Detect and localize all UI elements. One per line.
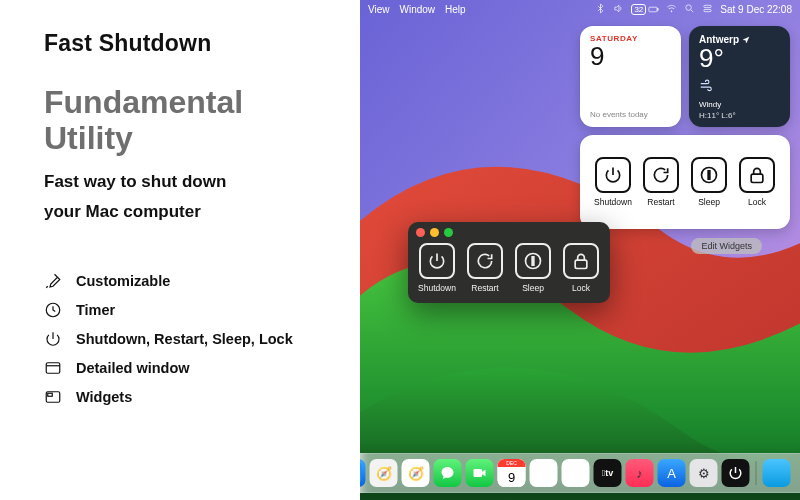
feature-item: Widgets — [44, 388, 336, 406]
feature-label: Shutdown, Restart, Sleep, Lock — [76, 331, 293, 347]
svg-point-7 — [671, 11, 672, 12]
shutdown-button[interactable] — [419, 243, 455, 279]
dock-separator — [756, 461, 757, 485]
restart-button[interactable] — [467, 243, 503, 279]
dock-facetime[interactable] — [466, 459, 494, 487]
wifi-icon[interactable] — [666, 3, 677, 16]
restart-label: Restart — [647, 197, 674, 207]
svg-rect-1 — [46, 363, 60, 374]
dock-settings[interactable]: ⚙ — [690, 459, 718, 487]
widget-cluster: SATURDAY 9 No events today Antwerp 9° Wi… — [580, 26, 790, 229]
shutdown-label: Shutdown — [594, 197, 632, 207]
dock-calendar[interactable]: DEC9 — [498, 459, 526, 487]
svg-rect-13 — [751, 174, 763, 182]
app-window[interactable]: Shutdown Restart Sleep Lock — [408, 222, 610, 303]
menubar: View Window Help 32 Sat 9 Dec 22:08 — [360, 0, 800, 19]
battery-status[interactable]: 32 — [631, 4, 659, 15]
menubar-clock[interactable]: Sat 9 Dec 22:08 — [720, 4, 792, 15]
minimize-button[interactable] — [430, 228, 439, 237]
window-icon — [44, 359, 62, 377]
restart-label: Restart — [471, 283, 498, 293]
edit-widgets-button[interactable]: Edit Widgets — [691, 238, 762, 254]
restart-item: Restart — [464, 243, 506, 293]
svg-rect-20 — [474, 469, 483, 477]
power-icon — [44, 330, 62, 348]
lock-button[interactable] — [563, 243, 599, 279]
dock-trash[interactable] — [795, 459, 801, 487]
sleep-item: Sleep — [512, 243, 554, 293]
lock-button[interactable] — [739, 157, 775, 193]
shutdown-label: Shutdown — [418, 283, 456, 293]
svg-rect-10 — [704, 9, 711, 11]
restart-button[interactable] — [643, 157, 679, 193]
menu-help[interactable]: Help — [445, 4, 466, 15]
app-title: Fast Shutdown — [44, 30, 336, 57]
svg-rect-16 — [575, 260, 587, 268]
menu-view[interactable]: View — [368, 4, 390, 15]
sleep-label: Sleep — [698, 197, 720, 207]
brush-icon — [44, 272, 62, 290]
svg-rect-9 — [704, 5, 711, 7]
svg-rect-15 — [532, 257, 534, 265]
weather-temp: 9° — [699, 43, 780, 74]
desktop-screenshot: View Window Help 32 Sat 9 Dec 22:08 SAT — [360, 0, 800, 500]
feature-list: Customizable Timer Shutdown, Restart, Sl… — [44, 272, 336, 406]
feature-label: Widgets — [76, 389, 132, 405]
dock-maps[interactable]: 🧭 — [370, 459, 398, 487]
marketing-panel: Fast Shutdown FundamentalUtility Fast wa… — [0, 0, 360, 500]
wind-icon — [699, 79, 713, 97]
headline: FundamentalUtility — [44, 85, 336, 157]
svg-rect-5 — [649, 7, 657, 12]
svg-rect-12 — [708, 171, 710, 179]
dock-tv[interactable]: tv — [594, 459, 622, 487]
sleep-button[interactable] — [515, 243, 551, 279]
calendar-note: No events today — [590, 110, 648, 119]
dock-finder[interactable] — [360, 459, 366, 487]
zoom-button[interactable] — [444, 228, 453, 237]
bluetooth-icon[interactable] — [595, 3, 606, 16]
weather-hilo: H:11° L:6° — [699, 111, 736, 120]
lock-item: Lock — [736, 157, 778, 207]
feature-item: Detailed window — [44, 359, 336, 377]
lock-item: Lock — [560, 243, 602, 293]
restart-item: Restart — [640, 157, 682, 207]
lock-label: Lock — [572, 283, 590, 293]
svg-rect-3 — [48, 393, 53, 396]
svg-point-8 — [686, 5, 692, 11]
dock-reminders[interactable] — [530, 459, 558, 487]
feature-item: Customizable — [44, 272, 336, 290]
feature-label: Customizable — [76, 273, 170, 289]
dock: 🧭🧭DEC9tv♪A⚙ — [360, 453, 800, 493]
dock-fastshutdown[interactable] — [722, 459, 750, 487]
dock-notes[interactable] — [562, 459, 590, 487]
volume-icon[interactable] — [613, 3, 624, 16]
close-button[interactable] — [416, 228, 425, 237]
dock-safari[interactable]: 🧭 — [402, 459, 430, 487]
clock-icon — [44, 301, 62, 319]
window-controls — [416, 228, 602, 237]
weather-widget[interactable]: Antwerp 9° Windy H:11° L:6° — [689, 26, 790, 127]
feature-label: Timer — [76, 302, 115, 318]
control-center-icon[interactable] — [702, 3, 713, 16]
search-icon[interactable] — [684, 3, 695, 16]
shutdown-button[interactable] — [595, 157, 631, 193]
feature-item: Shutdown, Restart, Sleep, Lock — [44, 330, 336, 348]
sleep-label: Sleep — [522, 283, 544, 293]
calendar-daynum: 9 — [590, 41, 671, 72]
dock-music[interactable]: ♪ — [626, 459, 654, 487]
dock-messages[interactable] — [434, 459, 462, 487]
power-widget[interactable]: Shutdown Restart Sleep Lock — [580, 135, 790, 229]
sleep-button[interactable] — [691, 157, 727, 193]
widget-icon — [44, 388, 62, 406]
menu-window[interactable]: Window — [400, 4, 436, 15]
dock-appstore[interactable]: A — [658, 459, 686, 487]
shutdown-item: Shutdown — [416, 243, 458, 293]
shutdown-item: Shutdown — [592, 157, 634, 207]
lock-label: Lock — [748, 197, 766, 207]
svg-rect-17 — [360, 463, 362, 483]
subheadline: Fast way to shut downyour Mac computer — [44, 167, 336, 228]
feature-item: Timer — [44, 301, 336, 319]
dock-downloads[interactable] — [763, 459, 791, 487]
calendar-widget[interactable]: SATURDAY 9 No events today — [580, 26, 681, 127]
feature-label: Detailed window — [76, 360, 190, 376]
